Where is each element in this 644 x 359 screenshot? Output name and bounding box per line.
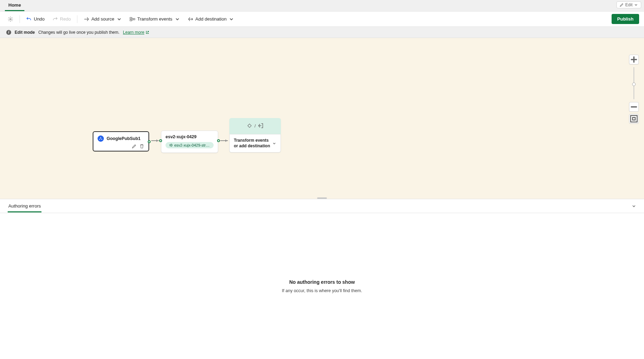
fit-button[interactable] <box>629 114 639 124</box>
empty-state-title: No authoring errors to show <box>289 279 355 285</box>
add-next-label: Transform events or add destination <box>234 138 270 149</box>
output-port[interactable] <box>148 140 151 143</box>
zoom-in-button[interactable] <box>629 55 639 64</box>
add-destination-icon <box>188 16 193 22</box>
svg-point-0 <box>10 18 11 20</box>
separator <box>20 15 20 23</box>
zoom-controls <box>629 55 639 124</box>
add-source-button[interactable]: Add source <box>81 14 125 24</box>
flow-canvas[interactable]: GooglePubSub1 esv2-xujx-0429 esv2-xujx-0… <box>0 38 644 199</box>
edit-mode-banner: i Edit mode Changes will go live once yo… <box>0 27 644 38</box>
tab-home[interactable]: Home <box>5 0 24 11</box>
panel-resize-handle[interactable] <box>317 197 327 199</box>
bottom-panel-body: No authoring errors to show If any occur… <box>0 213 644 359</box>
plus-icon <box>629 55 638 64</box>
node-add-next[interactable]: / Transform events or add destination <box>229 118 281 153</box>
publish-button[interactable]: Publish <box>612 14 639 24</box>
top-tab-bar: Home Edit <box>0 0 644 11</box>
banner-mode: Edit mode <box>15 30 35 35</box>
svg-rect-10 <box>632 117 635 120</box>
info-icon: i <box>6 30 11 35</box>
svg-point-7 <box>100 138 101 139</box>
slash: / <box>254 123 256 128</box>
external-link-icon <box>146 31 149 34</box>
add-source-icon <box>84 16 89 22</box>
bottom-panel-header: Authoring errors <box>0 199 644 213</box>
gear-icon <box>8 16 13 22</box>
svg-rect-1 <box>130 17 132 19</box>
pubsub-icon <box>98 135 104 142</box>
trash-icon[interactable] <box>139 144 144 149</box>
edge-2 <box>220 140 228 141</box>
settings-button[interactable] <box>5 14 16 24</box>
transform-icon <box>130 16 135 22</box>
edit-mode-pill[interactable]: Edit <box>616 1 641 8</box>
stream-chip[interactable]: esv2-xujx-0429-str… <box>166 142 214 148</box>
svg-point-4 <box>100 137 101 138</box>
learn-more-link[interactable]: Learn more <box>123 30 149 35</box>
minus-icon <box>629 102 638 111</box>
transform-label: Transform events <box>137 16 172 22</box>
output-port[interactable] <box>217 139 220 142</box>
add-destination-button[interactable]: Add destination <box>185 14 237 24</box>
destination-icon <box>258 123 263 128</box>
node-stream[interactable]: esv2-xujx-0429 esv2-xujx-0429-str… <box>161 131 218 153</box>
separator <box>77 15 77 23</box>
svg-point-5 <box>99 139 100 140</box>
pencil-icon <box>620 3 624 7</box>
svg-rect-2 <box>130 19 132 21</box>
redo-label: Redo <box>60 16 71 22</box>
input-port[interactable] <box>159 139 162 142</box>
node-source-title: GooglePubSub1 <box>107 136 140 141</box>
redo-button: Redo <box>49 14 74 24</box>
zoom-slider[interactable] <box>634 67 634 99</box>
undo-icon <box>26 16 32 22</box>
bottom-panel: Authoring errors No authoring errors to … <box>0 199 644 359</box>
svg-rect-3 <box>133 18 135 20</box>
collapse-panel-button[interactable] <box>631 204 636 209</box>
stream-icon <box>169 143 172 147</box>
pencil-icon[interactable] <box>132 144 137 149</box>
stream-chip-label: esv2-xujx-0429-str… <box>174 143 209 147</box>
redo-icon <box>52 16 58 22</box>
zoom-out-button[interactable] <box>629 102 639 112</box>
chevron-down-icon[interactable] <box>272 141 276 146</box>
transform-icon <box>247 123 252 128</box>
chevron-down-icon <box>116 16 122 22</box>
edge-1 <box>151 140 159 141</box>
tab-authoring-errors[interactable]: Authoring errors <box>8 200 41 212</box>
add-destination-label: Add destination <box>196 16 227 22</box>
transform-events-button[interactable]: Transform events <box>127 14 183 24</box>
fit-icon <box>629 114 638 123</box>
add-source-label: Add source <box>91 16 114 22</box>
undo-button[interactable]: Undo <box>23 14 47 24</box>
zoom-thumb[interactable] <box>632 83 636 86</box>
toolbar: Undo Redo Add source Transform events Ad… <box>0 11 644 27</box>
chevron-down-icon <box>229 16 234 22</box>
node-source[interactable]: GooglePubSub1 <box>93 131 149 151</box>
empty-state-subtitle: If any occur, this is where you'll find … <box>282 288 362 293</box>
add-next-icons: / <box>229 123 281 128</box>
svg-point-8 <box>248 124 251 127</box>
edit-pill-label: Edit <box>625 2 632 7</box>
undo-label: Undo <box>34 16 45 22</box>
chevron-down-icon <box>634 3 638 7</box>
svg-point-6 <box>101 139 102 140</box>
chevron-down-icon <box>175 16 180 22</box>
banner-message: Changes will go live once you publish th… <box>38 30 120 35</box>
learn-more-label: Learn more <box>123 30 144 35</box>
svg-rect-9 <box>631 116 637 122</box>
node-stream-title: esv2-xujx-0429 <box>166 134 214 139</box>
